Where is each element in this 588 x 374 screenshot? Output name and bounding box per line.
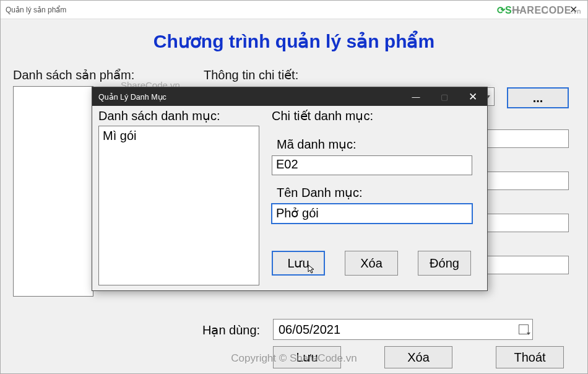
dialog-maximize-icon: ▢ (430, 87, 459, 106)
dialog-delete-button[interactable]: Xóa (345, 251, 398, 276)
main-delete-button[interactable]: Xóa (384, 346, 452, 368)
dialog-close-icon[interactable]: ✕ (459, 87, 487, 106)
name-input[interactable]: Phở gói (272, 204, 472, 224)
dialog-title: Quản Lý Danh Mục (98, 92, 166, 102)
dialog-body: Danh sách danh mục: Chi tiết danh mục: M… (92, 106, 487, 290)
main-window-title: Quản lý sản phẩm (6, 6, 66, 14)
maximize-icon[interactable]: ▢ (530, 1, 559, 19)
dialog-save-label: Lưu (287, 256, 309, 271)
dialog-save-button[interactable]: Lưu (272, 251, 325, 276)
close-icon[interactable]: ✕ (559, 1, 587, 19)
main-titlebar: Quản lý sản phẩm — ▢ ✕ (1, 1, 587, 19)
dialog-list-label: Danh sách danh mục: (98, 108, 220, 123)
category-dialog: Quản Lý Danh Mục — ▢ ✕ Danh sách danh mụ… (92, 87, 488, 291)
detail-info-label: Thông tin chi tiết: (204, 67, 298, 82)
dialog-action-buttons: Lưu Xóa Đóng (272, 251, 471, 276)
main-action-buttons: Lưu Xóa Thoát (273, 346, 564, 368)
code-label: Mã danh mục: (277, 137, 357, 152)
dialog-window-controls: — ▢ ✕ (402, 87, 487, 106)
dialog-titlebar: Quản Lý Danh Mục — ▢ ✕ (92, 87, 487, 106)
minimize-icon[interactable]: — (502, 1, 530, 19)
dialog-minimize-icon[interactable]: — (402, 87, 430, 106)
calendar-icon[interactable] (519, 324, 529, 334)
dialog-close-button[interactable]: Đóng (418, 251, 471, 276)
name-label: Tên Danh mục: (277, 185, 363, 200)
product-list-label: Danh sách sản phẩm: (13, 67, 134, 82)
open-category-dialog-button[interactable]: ... (507, 87, 569, 108)
category-listbox[interactable]: Mì gói (98, 126, 259, 285)
dialog-detail-label: Chi tiết danh mục: (272, 108, 373, 123)
code-input[interactable]: E02 (272, 155, 472, 175)
main-heading: Chương trình quản lý sản phẩm (1, 30, 587, 52)
main-window-controls: — ▢ ✕ (502, 1, 587, 19)
expiry-value: 06/05/2021 (279, 323, 340, 337)
expiry-datepicker[interactable]: 06/05/2021 (273, 319, 533, 340)
main-exit-button[interactable]: Thoát (496, 346, 564, 368)
list-item[interactable]: Mì gói (103, 129, 255, 143)
product-listbox[interactable] (13, 86, 93, 297)
expiry-label: Hạn dùng: (202, 323, 260, 337)
main-save-button[interactable]: Lưu (273, 346, 341, 368)
